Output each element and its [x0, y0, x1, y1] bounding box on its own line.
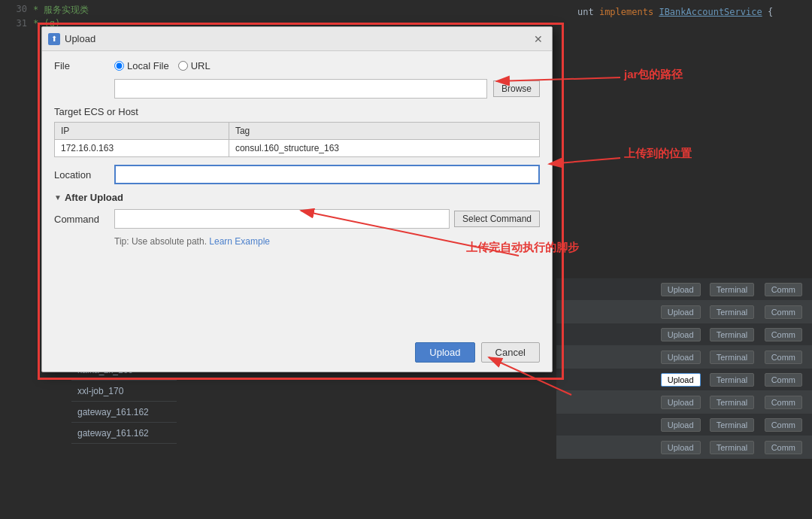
ecs-row: 172.16.0.163 consul.160_structure_163: [55, 140, 540, 157]
upload-btn[interactable]: Upload: [661, 328, 701, 341]
table-row: Upload Terminal Comm: [556, 369, 812, 391]
url-label: URL: [191, 60, 211, 71]
command-row: Command ./start.sh Select Command: [54, 209, 540, 229]
ip-header: IP: [55, 123, 229, 140]
table-row: Upload Terminal Comm: [556, 391, 812, 414]
tag-header: Tag: [229, 123, 539, 140]
annotation-upload-location: 上传到的位置: [624, 147, 692, 161]
upload-btn[interactable]: Upload: [661, 283, 701, 296]
target-ecs-section: Target ECS or Host IP Tag 172.16.0.163 c…: [54, 106, 540, 157]
upload-dialog-icon: ⬆: [48, 33, 60, 45]
annotation-auto-exec: 上传完自动执行的脚步: [466, 241, 579, 255]
upload-dialog: ⬆ Upload ✕ File Local File URL: [41, 26, 553, 372]
file-row: File Local File URL: [54, 60, 540, 71]
comm-btn[interactable]: Comm: [765, 441, 802, 454]
terminal-btn[interactable]: Terminal: [710, 441, 755, 454]
location-row: Location /app/userhome: [54, 165, 540, 184]
sidebar-item[interactable]: xxl-job_170: [71, 381, 177, 402]
file-label: File: [54, 60, 114, 71]
file-type-radio-group: Local File URL: [114, 60, 211, 71]
ip-cell: 172.16.0.163: [55, 140, 229, 157]
url-radio-input[interactable]: [178, 61, 188, 71]
annotation-jar-path: jar包的路径: [624, 68, 683, 82]
after-upload-section: ▼ After Upload Command ./start.sh Select…: [54, 192, 540, 247]
comm-btn[interactable]: Comm: [765, 328, 802, 341]
after-upload-title: ▼ After Upload: [54, 192, 540, 203]
local-file-radio[interactable]: Local File: [114, 60, 169, 71]
comm-btn[interactable]: Comm: [765, 351, 802, 364]
server-table: Upload Terminal Comm Upload Terminal Com…: [556, 278, 812, 459]
file-path-row: front-provider.jar,D:\pro\orgnization-wx…: [54, 79, 540, 99]
comm-btn[interactable]: Comm: [765, 373, 802, 387]
comm-btn[interactable]: Comm: [765, 305, 802, 319]
table-row: Upload Terminal Comm: [556, 278, 812, 301]
upload-btn[interactable]: Upload: [661, 305, 701, 319]
local-file-label: Local File: [127, 60, 169, 71]
dialog-title: Upload: [65, 33, 531, 44]
url-radio[interactable]: URL: [178, 60, 211, 71]
terminal-btn[interactable]: Terminal: [710, 373, 755, 387]
sidebar-item[interactable]: gateway_161.162: [71, 423, 177, 444]
terminal-btn[interactable]: Terminal: [710, 328, 755, 341]
tip-text: Tip: Use absolute path.: [114, 236, 207, 247]
select-command-button[interactable]: Select Command: [454, 211, 540, 227]
table-row: Upload Terminal Comm: [556, 346, 812, 369]
triangle-icon: ▼: [54, 193, 62, 202]
terminal-btn[interactable]: Terminal: [710, 351, 755, 364]
table-row: Upload Terminal Comm: [556, 436, 812, 459]
learn-example-link[interactable]: Learn Example: [209, 236, 270, 247]
browse-button[interactable]: Browse: [493, 80, 540, 97]
comm-btn[interactable]: Comm: [765, 396, 802, 409]
command-input[interactable]: ./start.sh: [114, 209, 450, 229]
code-text: * 服务实现类: [33, 4, 89, 17]
table-row: Upload Terminal Comm: [556, 323, 812, 346]
terminal-btn[interactable]: Terminal: [710, 305, 755, 319]
upload-btn[interactable]: Upload: [661, 351, 701, 364]
sidebar-item[interactable]: gateway_161.162: [71, 402, 177, 423]
ecs-table: IP Tag 172.16.0.163 consul.160_structure…: [54, 122, 540, 157]
command-label: Command: [54, 214, 114, 225]
tag-cell: consul.160_structure_163: [229, 140, 539, 157]
line-number: 30: [6, 4, 27, 17]
terminal-btn[interactable]: Terminal: [710, 283, 755, 296]
code-line: unt implements IBankAccountService {: [577, 6, 806, 18]
terminal-btn[interactable]: Terminal: [710, 396, 755, 409]
file-input-row: front-provider.jar,D:\pro\orgnization-wx…: [114, 79, 540, 99]
target-ecs-label: Target ECS or Host: [54, 106, 540, 117]
comm-btn[interactable]: Comm: [765, 418, 802, 432]
dialog-titlebar: ⬆ Upload ✕: [42, 27, 552, 51]
terminal-btn[interactable]: Terminal: [710, 418, 755, 432]
table-row: Upload Terminal Comm: [556, 301, 812, 323]
location-label: Location: [54, 169, 114, 181]
table-row: Upload Terminal Comm: [556, 414, 812, 436]
local-file-radio-input[interactable]: [114, 61, 124, 71]
upload-btn[interactable]: Upload: [661, 441, 701, 454]
comm-btn[interactable]: Comm: [765, 283, 802, 296]
close-button[interactable]: ✕: [531, 32, 546, 47]
cancel-button[interactable]: Cancel: [481, 342, 540, 363]
dialog-body: File Local File URL front-provider.jar,D…: [42, 51, 552, 265]
dialog-footer: Upload Cancel: [415, 342, 540, 363]
upload-btn[interactable]: Upload: [661, 418, 701, 432]
line-number: 31: [6, 18, 27, 29]
upload-btn-highlighted[interactable]: Upload: [661, 373, 701, 387]
location-input[interactable]: /app/userhome: [114, 165, 540, 184]
file-path-input[interactable]: front-provider.jar,D:\pro\orgnization-wx…: [114, 79, 487, 99]
upload-btn[interactable]: Upload: [661, 396, 701, 409]
upload-button[interactable]: Upload: [415, 342, 474, 363]
